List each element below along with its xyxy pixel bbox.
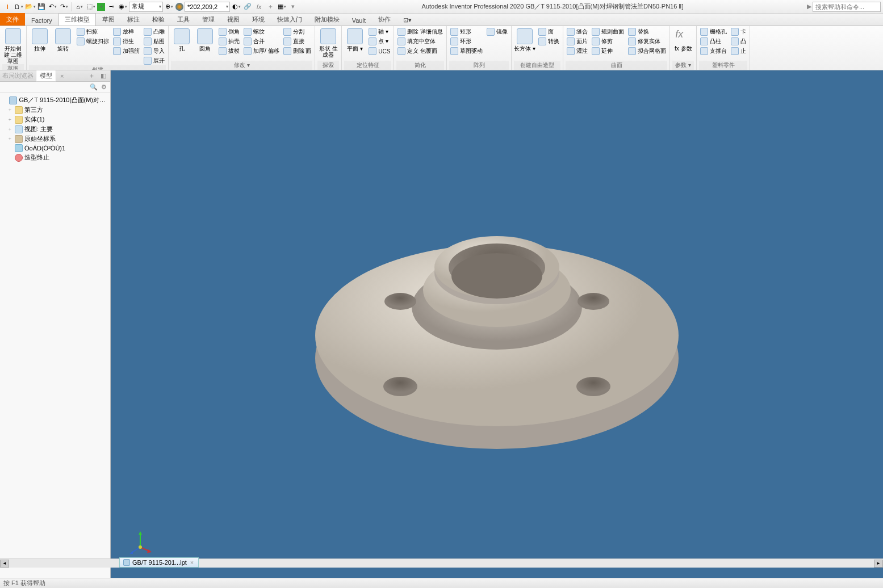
ribbon-small-button[interactable]: 止	[730, 47, 747, 56]
ribbon-big-button[interactable]: 开始创建 二维草图	[2, 27, 24, 64]
save-icon[interactable]: 💾	[36, 2, 47, 12]
fx-icon[interactable]: fx	[254, 2, 264, 12]
ribbon-small-button[interactable]: 加厚/ 偏移	[242, 47, 281, 56]
globe-icon[interactable]	[175, 3, 183, 11]
ribbon-small-button[interactable]: 轴 ▾	[367, 27, 391, 36]
ribbon-small-button[interactable]: 抽壳	[217, 37, 241, 46]
tree-node[interactable]: +实体(1)	[1, 115, 109, 124]
ribbon-small-button[interactable]: 点 ▾	[367, 37, 391, 46]
ribbon-small-button[interactable]: 支撑台	[699, 47, 728, 56]
tree-node[interactable]: +原始坐标系	[1, 134, 109, 144]
ribbon-small-button[interactable]: 填充中空体	[396, 37, 444, 46]
ribbon-small-button[interactable]: 替换	[627, 27, 667, 36]
appearance-icon[interactable]: ⊕	[164, 2, 174, 12]
redo-icon[interactable]: ↷	[59, 2, 69, 12]
measure-icon[interactable]: ⊸	[106, 2, 116, 12]
ribbon-small-button[interactable]: 修剪	[591, 37, 625, 46]
ribbon-small-button[interactable]: 栅格孔	[699, 27, 728, 36]
browser-close-icon[interactable]: ×	[58, 73, 65, 79]
tab-tools[interactable]: 工具	[171, 13, 196, 26]
browser-hide-icon[interactable]: ◧	[99, 72, 108, 79]
tree-root[interactable]: GB／T 9115-2010[凸面(M)对焊钢制管	[1, 95, 109, 105]
style-combo[interactable]: 常规	[129, 2, 163, 12]
doc-combo[interactable]: *202,209,2	[185, 2, 230, 12]
tab-collab[interactable]: 协作	[372, 13, 397, 26]
ribbon-small-button[interactable]: 修复实体	[627, 37, 667, 46]
ribbon-small-button[interactable]: UCS	[367, 47, 391, 56]
ribbon-small-button[interactable]: 卡	[730, 27, 747, 36]
toolbox-icon[interactable]: ▦	[277, 2, 287, 12]
ribbon-big-button[interactable]: 长方体 ▾	[514, 27, 535, 52]
undo-icon[interactable]: ↶	[48, 2, 58, 12]
expand-icon[interactable]: +	[7, 117, 13, 123]
browser-tab-layout[interactable]: 布局浏览器	[2, 72, 34, 80]
ribbon-small-button[interactable]: 面	[537, 27, 560, 36]
tab-sketch[interactable]: 草图	[96, 13, 121, 26]
tab-getstarted[interactable]: 快速入门	[271, 13, 308, 26]
tab-annotate[interactable]: 标注	[121, 13, 146, 26]
search-input[interactable]	[813, 2, 881, 12]
tab-environment[interactable]: 环境	[246, 13, 271, 26]
scroll-left-icon[interactable]: ◄	[0, 560, 9, 568]
ribbon-small-button[interactable]: 放样	[112, 27, 141, 36]
tab-manage[interactable]: 管理	[196, 13, 221, 26]
material-icon[interactable]: ◉	[118, 2, 128, 12]
expand-icon[interactable]: +	[7, 136, 13, 142]
axis-triad-icon[interactable]	[128, 530, 153, 555]
ribbon-small-button[interactable]: 直接	[282, 37, 313, 46]
ribbon-small-button[interactable]: 凸柱	[699, 37, 728, 46]
doctab-active[interactable]: GB/T 9115-201...ipt ×	[119, 557, 199, 568]
ribbon-small-button[interactable]: 延伸	[591, 47, 625, 56]
appearance2-icon[interactable]: ◐	[231, 2, 241, 12]
tree-node[interactable]: +第三方	[1, 105, 109, 115]
open-icon[interactable]: 📂	[25, 2, 35, 12]
inventor-logo-icon[interactable]: I	[2, 2, 12, 12]
ribbon-big-button[interactable]: 旋转	[52, 27, 74, 52]
ribbon-small-button[interactable]: 拔模	[217, 47, 241, 56]
tab-view[interactable]: 视图	[221, 13, 246, 26]
ribbon-small-button[interactable]: 贴图	[143, 37, 166, 46]
ribbon-small-button[interactable]: 螺纹	[242, 27, 281, 36]
tab-file[interactable]: 文件	[0, 13, 25, 26]
home-icon[interactable]: ⌂	[74, 2, 85, 12]
ribbon-small-button[interactable]: 扫掠	[76, 27, 110, 36]
close-icon[interactable]: ×	[189, 559, 195, 566]
ribbon-big-button[interactable]: fxfx 参数	[672, 27, 694, 52]
plus-icon[interactable]: ＋	[265, 2, 275, 12]
tab-vault[interactable]: Vault	[346, 15, 372, 26]
ribbon-small-button[interactable]: 螺旋扫掠	[76, 37, 110, 46]
ribbon-small-button[interactable]: 缝合	[566, 27, 589, 36]
ribbon-small-button[interactable]: 定义 包覆面	[396, 47, 444, 56]
scroll-right-icon[interactable]: ►	[874, 560, 883, 568]
tab-extra-icon[interactable]: ⊡▾	[397, 14, 418, 26]
ribbon-small-button[interactable]: 面片	[566, 37, 589, 46]
ribbon-small-button[interactable]: 加强筋	[112, 47, 141, 56]
ribbon-big-button[interactable]: 圆角	[194, 27, 216, 52]
gear-icon[interactable]: ⚙	[101, 83, 107, 91]
ribbon-small-button[interactable]: 拟合网格面	[627, 47, 667, 56]
ribbon-small-button[interactable]: 灌注	[566, 47, 589, 56]
ribbon-small-button[interactable]: 矩形	[449, 27, 484, 36]
qat-dropdown-icon[interactable]: ▾	[288, 2, 298, 12]
ribbon-big-button[interactable]: 拉伸	[29, 27, 51, 52]
ribbon-small-button[interactable]: 衍生	[112, 37, 141, 46]
tab-inspect[interactable]: 检验	[146, 13, 171, 26]
tree-node[interactable]: ÓoÁD(Ó²ÒÙ)1	[1, 144, 109, 153]
tree-node[interactable]: 造型终止	[1, 153, 109, 162]
ribbon-small-button[interactable]: 环形	[449, 37, 484, 46]
assembly-icon[interactable]: ⬚	[86, 2, 96, 12]
3d-viewport[interactable]	[111, 70, 883, 578]
new-icon[interactable]: 🗋	[14, 2, 24, 12]
ribbon-small-button[interactable]: 合并	[242, 37, 281, 46]
ribbon-small-button[interactable]: 分割	[282, 27, 313, 36]
ribbon-small-button[interactable]: 删除 详细信息	[396, 27, 444, 36]
ribbon-small-button[interactable]: 草图驱动	[449, 47, 484, 56]
expand-icon[interactable]: +	[7, 107, 13, 113]
ribbon-small-button[interactable]: 倒角	[217, 27, 241, 36]
tree-node[interactable]: +视图: 主要	[1, 124, 109, 134]
ribbon-small-button[interactable]: 凸雕	[143, 27, 166, 36]
tab-3dmodel[interactable]: 三维模型	[58, 13, 96, 26]
tab-addins[interactable]: 附加模块	[308, 13, 346, 26]
expand-icon[interactable]: +	[7, 127, 13, 132]
ribbon-big-button[interactable]: 孔	[171, 27, 192, 52]
